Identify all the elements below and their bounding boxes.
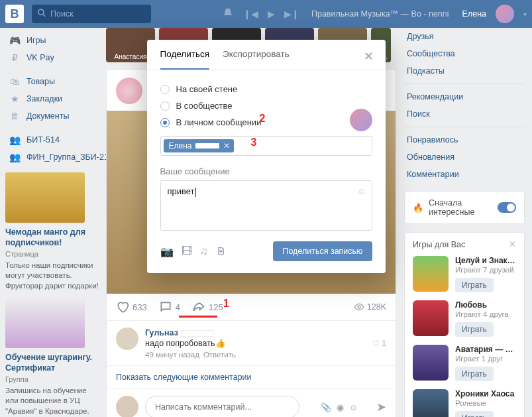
recipient-field[interactable]: Елена ✕ 3 bbox=[160, 136, 372, 156]
smile-icon[interactable]: ☺ bbox=[357, 186, 366, 196]
tab-export[interactable]: Экспортировать bbox=[223, 40, 290, 70]
tab-share[interactable]: Поделиться bbox=[160, 40, 210, 70]
remove-token-icon[interactable]: ✕ bbox=[223, 141, 230, 150]
message-label: Ваше сообщение bbox=[160, 166, 372, 176]
message-textarea[interactable]: привет ☺ bbox=[160, 180, 372, 231]
masked-name bbox=[195, 143, 219, 149]
recipient-token[interactable]: Елена ✕ bbox=[164, 139, 235, 152]
modal-overlay: Поделиться Экспортировать ✕ На своей сте… bbox=[0, 0, 532, 417]
radio-own-wall[interactable]: На своей стене bbox=[160, 81, 372, 97]
close-icon[interactable]: ✕ bbox=[364, 49, 374, 64]
photo-attach-icon[interactable]: 📷 bbox=[160, 245, 174, 258]
doc-attach-icon[interactable]: 🗎 bbox=[216, 245, 227, 258]
share-submit-button[interactable]: Поделиться записью bbox=[273, 241, 372, 261]
audio-attach-icon[interactable]: ♫ bbox=[200, 245, 208, 258]
video-attach-icon[interactable]: 🎞 bbox=[182, 245, 192, 258]
annotation-3: 3 bbox=[251, 137, 257, 149]
radio-private-msg[interactable]: В личном сообщении 2 bbox=[160, 114, 372, 131]
radio-community[interactable]: В сообществе bbox=[160, 97, 372, 114]
share-modal: Поделиться Экспортировать ✕ На своей сте… bbox=[147, 40, 386, 273]
annotation-2: 2 bbox=[260, 113, 266, 125]
